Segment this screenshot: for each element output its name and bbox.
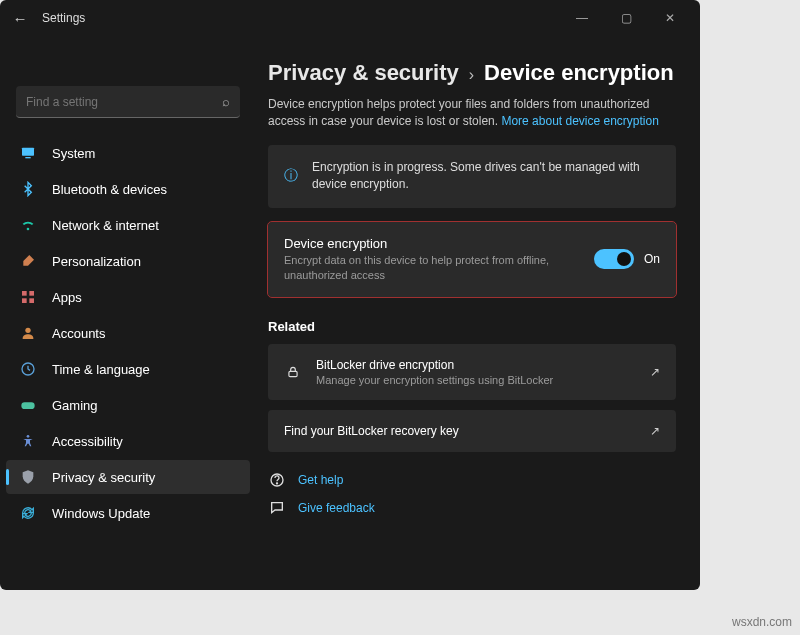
sidebar: ⌕ System Bluetooth & devices	[0, 36, 256, 590]
open-external-icon: ↗	[650, 365, 660, 379]
accessibility-icon	[18, 433, 38, 449]
svg-point-6	[25, 328, 30, 333]
close-button[interactable]: ✕	[648, 0, 692, 36]
nav-system[interactable]: System	[6, 136, 250, 170]
nav-network[interactable]: Network & internet	[6, 208, 250, 242]
svg-rect-1	[25, 157, 30, 158]
nav-apps[interactable]: Apps	[6, 280, 250, 314]
search-box[interactable]: ⌕	[16, 86, 240, 118]
nav-label: Gaming	[52, 398, 98, 413]
gaming-icon	[18, 397, 38, 413]
nav-label: Personalization	[52, 254, 141, 269]
get-help-label: Get help	[298, 473, 343, 487]
page-title: Device encryption	[484, 60, 674, 86]
related-label: Related	[268, 319, 676, 334]
watermark: wsxdn.com	[732, 615, 792, 629]
bitlocker-recovery-link[interactable]: Find your BitLocker recovery key ↗	[268, 410, 676, 452]
info-banner: ⓘ Encryption is in progress. Some drives…	[268, 145, 676, 208]
toggle-state-label: On	[644, 252, 660, 266]
nav-bluetooth[interactable]: Bluetooth & devices	[6, 172, 250, 206]
svg-rect-4	[22, 298, 27, 303]
nav-label: Time & language	[52, 362, 150, 377]
svg-rect-8	[21, 402, 34, 409]
get-help-link[interactable]: Get help	[268, 472, 676, 488]
toggle-subtitle: Encrypt data on this device to help prot…	[284, 253, 580, 284]
toggle-title: Device encryption	[284, 236, 580, 251]
nav-accounts[interactable]: Accounts	[6, 316, 250, 350]
nav-list: System Bluetooth & devices Network & int…	[6, 136, 250, 530]
window-title: Settings	[42, 11, 85, 25]
svg-rect-2	[22, 291, 27, 296]
open-external-icon: ↗	[650, 424, 660, 438]
svg-point-12	[276, 483, 277, 484]
info-text: Encryption is in progress. Some drives c…	[312, 159, 660, 194]
nav-personalization[interactable]: Personalization	[6, 244, 250, 278]
page-description: Device encryption helps protect your fil…	[268, 96, 676, 131]
give-feedback-label: Give feedback	[298, 501, 375, 515]
breadcrumb-parent[interactable]: Privacy & security	[268, 60, 459, 86]
nav-label: Accounts	[52, 326, 105, 341]
nav-label: Apps	[52, 290, 82, 305]
svg-point-9	[27, 435, 30, 438]
nav-label: Network & internet	[52, 218, 159, 233]
nav-gaming[interactable]: Gaming	[6, 388, 250, 422]
breadcrumb: Privacy & security › Device encryption	[268, 60, 676, 86]
brush-icon	[18, 253, 38, 269]
display-icon	[18, 145, 38, 161]
person-icon	[18, 325, 38, 341]
svg-rect-3	[29, 291, 34, 296]
nav-label: System	[52, 146, 95, 161]
nav-label: Windows Update	[52, 506, 150, 521]
wifi-icon	[18, 217, 38, 233]
settings-window: ← Settings — ▢ ✕ ⌕ System	[0, 0, 700, 590]
feedback-icon	[268, 500, 286, 516]
nav-label: Privacy & security	[52, 470, 155, 485]
device-encryption-toggle[interactable]	[594, 249, 634, 269]
nav-time[interactable]: Time & language	[6, 352, 250, 386]
nav-privacy-security[interactable]: Privacy & security	[6, 460, 250, 494]
search-icon: ⌕	[222, 94, 230, 109]
svg-rect-0	[22, 148, 34, 156]
back-button[interactable]: ←	[8, 10, 32, 27]
shield-icon	[18, 469, 38, 485]
nav-label: Accessibility	[52, 434, 123, 449]
update-icon	[18, 505, 38, 521]
chevron-right-icon: ›	[469, 66, 474, 84]
link-subtitle: Manage your encryption settings using Bi…	[316, 374, 553, 386]
window-controls: — ▢ ✕	[560, 0, 692, 36]
search-input[interactable]	[26, 95, 222, 109]
svg-rect-10	[289, 372, 297, 377]
give-feedback-link[interactable]: Give feedback	[268, 500, 676, 516]
bitlocker-settings-link[interactable]: BitLocker drive encryption Manage your e…	[268, 344, 676, 400]
maximize-button[interactable]: ▢	[604, 0, 648, 36]
content-pane: Privacy & security › Device encryption D…	[256, 36, 700, 590]
link-title: BitLocker drive encryption	[316, 358, 553, 372]
help-icon	[268, 472, 286, 488]
nav-accessibility[interactable]: Accessibility	[6, 424, 250, 458]
minimize-button[interactable]: —	[560, 0, 604, 36]
apps-icon	[18, 289, 38, 305]
titlebar: ← Settings — ▢ ✕	[0, 0, 700, 36]
footer-links: Get help Give feedback	[268, 472, 676, 516]
lock-icon	[284, 365, 302, 379]
device-encryption-toggle-card: Device encryption Encrypt data on this d…	[268, 222, 676, 298]
bluetooth-icon	[18, 181, 38, 197]
clock-icon	[18, 361, 38, 377]
link-title: Find your BitLocker recovery key	[284, 424, 459, 438]
info-icon: ⓘ	[284, 167, 298, 185]
nav-update[interactable]: Windows Update	[6, 496, 250, 530]
nav-label: Bluetooth & devices	[52, 182, 167, 197]
svg-rect-5	[29, 298, 34, 303]
learn-more-link[interactable]: More about device encryption	[501, 114, 658, 128]
